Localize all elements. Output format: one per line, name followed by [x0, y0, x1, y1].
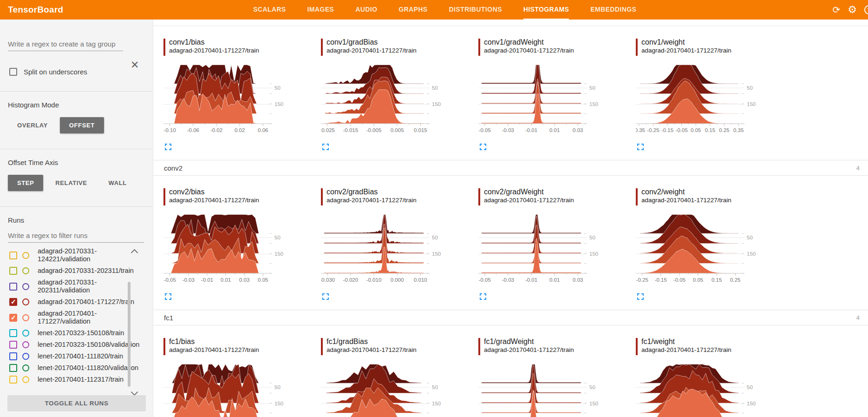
expand-fullscreen-icon[interactable]: [322, 143, 329, 151]
expand-fullscreen-icon[interactable]: [637, 293, 644, 300]
x-axis-tick-label: -0.35: [636, 127, 645, 133]
run-color-ring-icon[interactable]: [22, 283, 29, 290]
x-axis-tick-label: 0.15: [705, 127, 715, 133]
expand-fullscreen-icon[interactable]: [479, 143, 487, 151]
y-axis-tick-label: 50: [274, 384, 281, 390]
divider: [0, 149, 153, 149]
histogram-mode-offset-button[interactable]: OFFSET: [60, 117, 104, 133]
histogram-chart[interactable]: 50150-0.35-0.25-0.15-0.050.050.150.250.3…: [636, 64, 775, 138]
offset-time-axis-label: Offset Time Axis: [8, 159, 153, 166]
tab-embeddings[interactable]: EMBEDDINGS: [590, 0, 636, 20]
toolbar-icons: ⟳ ⚙ ?: [833, 0, 868, 20]
expand-fullscreen-icon[interactable]: [164, 293, 172, 300]
run-checkbox[interactable]: [9, 341, 17, 349]
checkmark-icon: ✓: [11, 298, 16, 305]
y-axis-tick-label: 50: [589, 85, 595, 91]
runs-scrollbar[interactable]: [128, 282, 131, 387]
tag-filter-input[interactable]: [8, 38, 123, 51]
tab-histograms[interactable]: HISTOGRAMS: [523, 0, 569, 20]
y-axis-tick-label: 150: [589, 251, 598, 257]
run-color-ring-icon[interactable]: [22, 314, 29, 321]
run-name: lenet-20170401-112317/train: [38, 376, 148, 384]
run-color-ring-icon[interactable]: [22, 252, 29, 259]
run-color-ring-icon[interactable]: [22, 353, 29, 360]
chart-area: 50150-0.030-0.020-0.0100.0000.010: [321, 214, 478, 289]
clear-tag-filter-icon[interactable]: ✕: [131, 60, 139, 70]
run-color-ring-icon[interactable]: [22, 267, 29, 274]
card-title: fc1/weight: [641, 338, 731, 346]
expand-fullscreen-icon[interactable]: [637, 143, 644, 151]
histogram-chart[interactable]: 50150-0.05-0.03-0.010.010.03: [478, 214, 618, 287]
section-header-fc1[interactable]: fc14: [153, 310, 868, 325]
offset-time-axis-relative-button[interactable]: RELATIVE: [46, 175, 96, 191]
run-row[interactable]: adagrad-20170331-202311/train: [0, 265, 153, 277]
run-checkbox[interactable]: [9, 283, 17, 291]
checkbox-icon[interactable]: [9, 68, 17, 76]
offset-time-axis-buttons: STEPRELATIVEWALL: [8, 175, 153, 191]
x-axis-tick-label: 0.03: [239, 277, 249, 283]
sidebar: ✕ Split on underscores Histogram Mode OV…: [0, 20, 153, 417]
run-checkbox[interactable]: [9, 267, 17, 275]
expand-fullscreen-icon[interactable]: [479, 293, 487, 300]
run-accent-bar: [636, 338, 638, 355]
settings-gear-icon[interactable]: ⚙: [848, 5, 857, 14]
refresh-icon[interactable]: ⟳: [833, 5, 841, 14]
y-axis-tick-label: 50: [274, 235, 281, 240]
run-color-ring-icon[interactable]: [22, 364, 29, 371]
run-checkbox[interactable]: [9, 252, 17, 259]
offset-time-axis-wall-button[interactable]: WALL: [99, 175, 136, 191]
histogram-chart[interactable]: 50150-0.030-0.020-0.0100.0000.010: [321, 214, 460, 287]
scroll-down-chevron-icon[interactable]: [131, 390, 137, 395]
histogram-chart[interactable]: 50150-0.25-0.15-0.050.050.150.25: [636, 214, 775, 287]
histogram-chart[interactable]: 50150: [478, 364, 618, 417]
expand-fullscreen-icon[interactable]: [164, 143, 172, 151]
chart-area: 50150-0.05-0.03-0.010.010.03: [478, 214, 636, 289]
x-axis-tick-label: 0.010: [414, 277, 427, 283]
tab-images[interactable]: IMAGES: [307, 0, 334, 20]
run-color-ring-icon[interactable]: [22, 341, 29, 348]
tab-graphs[interactable]: GRAPHS: [398, 0, 427, 20]
histogram-chart[interactable]: 50150-0.025-0.015-0.0050.0050.015: [321, 64, 460, 138]
run-accent-bar: [321, 39, 323, 56]
histogram-chart[interactable]: 50150-0.10-0.06-0.020.020.06: [163, 64, 303, 138]
run-checkbox[interactable]: ✓: [9, 314, 17, 322]
expand-fullscreen-icon[interactable]: [322, 293, 329, 300]
run-color-ring-icon[interactable]: [22, 298, 29, 305]
offset-time-axis-step-button[interactable]: STEP: [8, 175, 43, 191]
y-axis-tick-label: 50: [274, 85, 281, 91]
x-axis-tick-label: 0.05: [693, 277, 703, 283]
tab-distributions[interactable]: DISTRIBUTIONS: [449, 0, 502, 20]
run-row[interactable]: adagrad-20170331-124221/validation: [0, 245, 153, 265]
histogram-chart[interactable]: 50150: [636, 364, 775, 417]
histogram-card: fc1/gradWeightadagrad-20170401-171227/tr…: [478, 325, 636, 417]
runs-filter-input[interactable]: [8, 230, 144, 243]
run-checkbox[interactable]: [9, 376, 17, 384]
x-axis-tick-label: -0.030: [321, 277, 335, 283]
run-checkbox[interactable]: ✓: [9, 298, 17, 306]
run-name: adagrad-20170331-202311/train: [38, 267, 148, 275]
x-axis-tick-label: -0.25: [647, 127, 659, 133]
run-color-ring-icon[interactable]: [22, 330, 29, 337]
chart-area: 50150: [321, 364, 478, 417]
card-title: conv2/weight: [641, 188, 731, 196]
scroll-up-chevron-icon[interactable]: [131, 248, 137, 254]
x-axis-tick-label: -0.15: [661, 127, 673, 133]
histogram-chart[interactable]: 50150: [163, 364, 303, 417]
histogram-mode-overlay-button[interactable]: OVERLAY: [8, 117, 57, 133]
histogram-chart[interactable]: 50150: [321, 364, 460, 417]
histogram-chart[interactable]: 50150-0.05-0.03-0.010.010.03: [478, 64, 618, 138]
run-checkbox[interactable]: [9, 329, 17, 337]
tab-scalars[interactable]: SCALARS: [253, 0, 286, 20]
checkmark-icon: ✓: [11, 314, 16, 321]
run-checkbox[interactable]: [9, 352, 17, 360]
toggle-all-runs-button[interactable]: TOGGLE ALL RUNS: [7, 395, 146, 411]
tab-audio[interactable]: AUDIO: [355, 0, 377, 20]
histogram-chart[interactable]: 50150-0.05-0.03-0.010.010.030.05: [163, 214, 303, 287]
help-icon[interactable]: ?: [864, 5, 868, 14]
y-axis-tick-label: 150: [747, 101, 756, 107]
run-checkbox[interactable]: [9, 364, 17, 372]
x-axis-tick-label: -0.015: [343, 127, 359, 133]
section-header-conv2[interactable]: conv24: [153, 160, 868, 176]
run-color-ring-icon[interactable]: [22, 376, 29, 383]
run-name: lenet-20170401-111820/train: [38, 352, 148, 360]
